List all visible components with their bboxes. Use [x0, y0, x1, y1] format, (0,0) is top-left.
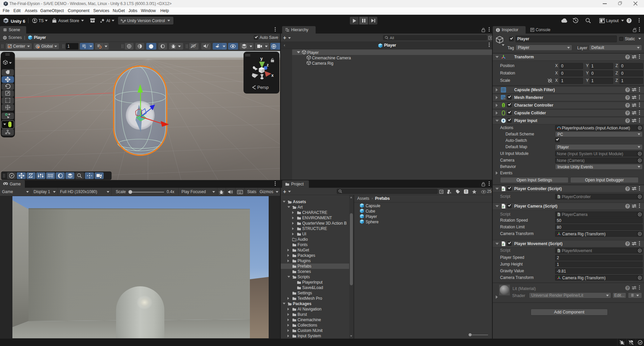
svg-text:x: x [271, 73, 274, 78]
svg-text:Y: Y [84, 47, 86, 49]
svg-text:#: # [558, 214, 559, 216]
svg-text:Persp: Persp [257, 85, 269, 90]
svg-text:#: # [558, 250, 559, 252]
svg-text:#: # [502, 243, 504, 246]
svg-text:y: y [260, 56, 263, 61]
svg-text:#: # [558, 196, 559, 198]
svg-text:#: # [502, 205, 504, 209]
svg-text:z: z [267, 63, 269, 67]
svg-text:#: # [502, 188, 504, 191]
